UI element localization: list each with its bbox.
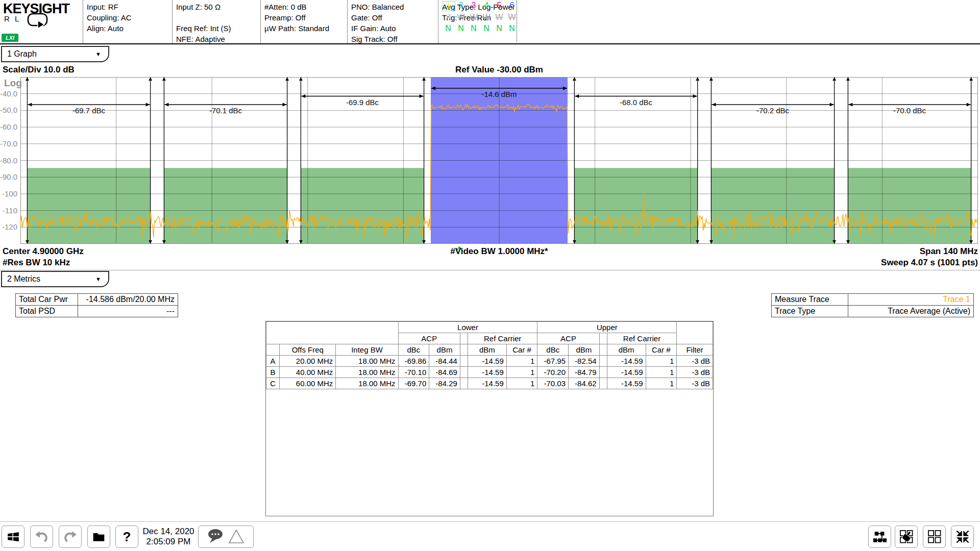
table-row: C60.00 MHz18.00 MHz-69.70-84.29-14.591-7… — [266, 378, 713, 389]
help-icon: ? — [123, 529, 131, 545]
trace-4-button[interactable]: 4 — [480, 1, 493, 10]
acp-column-header: Offs Freq — [280, 344, 336, 356]
graph-selector-dropdown[interactable]: 1 Graph ▼ — [1, 46, 109, 62]
header-field: Sig Track: Off — [351, 34, 438, 44]
trace-6-button[interactable]: 6 — [506, 1, 518, 10]
trace-update-state: W — [468, 13, 480, 22]
acp-header-blank — [460, 333, 468, 344]
offset-channel-band — [301, 168, 424, 244]
metrics-selector-label: 2 Metrics — [7, 274, 40, 283]
acp-subgroup: ACP — [398, 333, 460, 344]
acp-cell: -69.86 — [398, 356, 429, 367]
acp-cell — [460, 356, 468, 367]
table-row: LowerUpper — [266, 322, 713, 333]
acp-cell — [460, 367, 468, 378]
acp-cell: -14.59 — [607, 367, 646, 378]
boundary-arrow-icon — [969, 78, 973, 81]
graph-selector-label: 1 Graph — [7, 49, 37, 58]
file-open-button[interactable] — [87, 525, 110, 548]
acp-cell: -70.10 — [398, 367, 429, 378]
boundary-arrow-icon — [709, 78, 713, 81]
system-alerts-button[interactable] — [198, 525, 254, 548]
span-label: Span 140 MHz — [0, 246, 978, 257]
header-field: Input Z: 50 Ω — [176, 2, 260, 12]
redo-icon — [63, 530, 77, 543]
redo-button[interactable] — [59, 525, 82, 548]
acp-column-header: dBm — [607, 344, 646, 356]
section-separator — [0, 270, 980, 270]
acp-results-table: LowerUpperACPRef CarrierACPRef CarrierOf… — [265, 321, 714, 516]
header-field: Freq Ref: Int (S) — [176, 23, 260, 34]
touch-window-icon — [899, 530, 914, 544]
acp-cell: -70.20 — [537, 367, 569, 378]
metrics-selector-dropdown[interactable]: 2 Metrics ▼ — [1, 271, 109, 287]
trace-3-button[interactable]: 3 — [468, 1, 480, 10]
span-arrow-icon — [164, 103, 168, 107]
trace-2-button[interactable]: 2 — [455, 1, 467, 10]
trace-display-state: N — [442, 24, 454, 33]
windows-icon — [7, 530, 20, 543]
boundary-arrow-icon — [26, 78, 29, 81]
layout-tree-icon — [873, 530, 887, 544]
window-layout-button[interactable] — [923, 525, 946, 548]
acp-cell: 18.00 MHz — [336, 367, 398, 378]
acp-cell: -84.44 — [429, 356, 460, 367]
acp-cell: A — [266, 356, 280, 367]
boundary-arrow-icon — [299, 78, 303, 81]
table-row: Offs FreqInteg BWdBcdBmdBmCar #dBcdBmdBm… — [266, 344, 713, 356]
undo-button[interactable] — [30, 525, 53, 548]
acp-column-header: dBm — [569, 344, 600, 356]
acp-cell: -70.03 — [537, 378, 569, 389]
y-axis-tick-label: -120 — [0, 222, 17, 231]
acp-cell: 1 — [646, 367, 677, 378]
lxi-badge: LXI — [2, 34, 18, 42]
acp-cell: C — [266, 378, 280, 389]
datetime-display: Dec 14, 2020 2:05:09 PM — [141, 527, 195, 547]
y-axis-tick-label: -100 — [0, 189, 17, 198]
plot-area[interactable]: -69.7 dBc-70.1 dBc-69.9 dBc-68.0 dBc-70.… — [20, 77, 978, 244]
y-axis-tick-label: -70.0 — [0, 139, 17, 148]
acp-cell: -69.70 — [398, 378, 429, 389]
trace-display-state: N — [480, 24, 493, 33]
acp-cell: 18.00 MHz — [336, 356, 398, 367]
y-axis-tick-label: -60.0 — [0, 122, 17, 131]
boundary-arrow-icon — [832, 78, 836, 81]
boundary-arrow-icon — [149, 78, 152, 81]
acp-cell: 18.00 MHz — [336, 378, 398, 389]
header-field: µW Path: Standard — [264, 23, 347, 34]
channel-power-label: -69.9 dBc — [346, 98, 379, 107]
acp-cell: 1 — [646, 378, 677, 389]
acp-cell: -14.59 — [607, 378, 646, 389]
header-settings-column: Input Z: 50 ΩFreq Ref: Int (S)NFE: Adapt… — [172, 0, 260, 43]
table-row: Measure TraceTrace 1 — [772, 294, 974, 306]
acp-cell: B — [266, 367, 280, 378]
acp-cell: -14.59 — [607, 356, 646, 367]
y-axis-tick-label: -80.0 — [0, 156, 17, 165]
carrier-metrics-table: Total Car Pwr-14.586 dBm/20.00 MHzTotal … — [15, 293, 178, 317]
acp-column-header: Integ BW — [336, 344, 398, 356]
channel-power-label: -70.0 dBc — [893, 106, 926, 115]
header-field: Preamp: Off — [264, 12, 347, 23]
select-window-button[interactable] — [895, 525, 918, 548]
acp-column-header — [599, 344, 607, 356]
fullscreen-toggle-button[interactable] — [951, 525, 974, 548]
boundary-arrow-icon — [696, 78, 699, 81]
acp-cell: 1 — [646, 356, 677, 367]
acp-column-header: Car # — [646, 344, 677, 356]
trace-5-button[interactable]: 5 — [493, 1, 505, 10]
span-arrow-icon — [575, 94, 579, 98]
kv-label: Total PSD — [16, 306, 78, 317]
acp-column-header — [460, 344, 468, 356]
collapse-arrows-icon — [955, 530, 970, 544]
acp-cell: -3 dB — [677, 356, 713, 367]
windows-start-button[interactable] — [2, 525, 24, 548]
kv-label: Measure Trace — [772, 294, 848, 306]
acp-column-header: dBm — [429, 344, 460, 356]
help-button[interactable]: ? — [115, 525, 138, 548]
channel-power-label: -70.1 dBc — [209, 106, 242, 115]
grid-windows-icon — [927, 530, 942, 544]
acp-cell — [599, 356, 607, 367]
trace-1-button[interactable]: 1 — [442, 1, 455, 11]
acp-column-header: Filter — [677, 344, 713, 356]
layout-config-button[interactable] — [868, 525, 891, 548]
